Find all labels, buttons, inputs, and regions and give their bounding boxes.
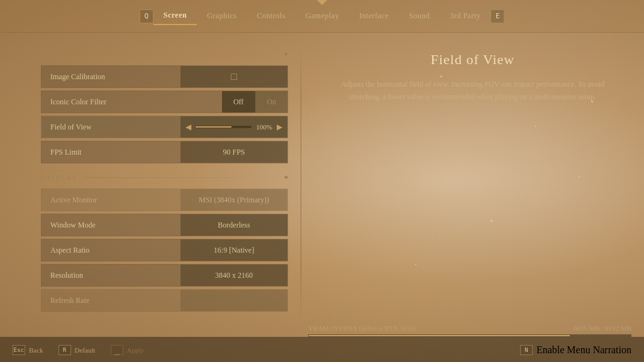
section-line xyxy=(88,54,280,55)
narration-key: N xyxy=(520,345,533,355)
slider-track xyxy=(195,126,252,128)
image-calibration-value: □ xyxy=(180,66,287,87)
default-key: R xyxy=(58,345,71,355)
detail-title: Field of View xyxy=(326,52,619,68)
tab-interface[interactable]: Interface xyxy=(349,8,399,25)
image-calibration-label: Image Calibration xyxy=(42,72,180,82)
vram-section: VRAM (NVIDIA GeForce RTX 3070) 6635 MB /… xyxy=(308,324,631,337)
display-section-line xyxy=(84,177,280,178)
tab-controls[interactable]: Controls xyxy=(247,8,295,25)
tab-3rdparty[interactable]: 3rd Party xyxy=(440,8,491,25)
refresh-rate-value xyxy=(180,290,287,311)
refresh-rate-row: Refresh Rate xyxy=(41,289,288,312)
aspect-ratio-value: 16:9 [Native] xyxy=(180,239,287,261)
slider-fill xyxy=(196,126,231,128)
vram-label: VRAM (NVIDIA GeForce RTX 3070) xyxy=(308,324,416,332)
fps-limit-row[interactable]: FPS Limit 90 FPS xyxy=(41,141,288,163)
display-section-header: DISPLAY xyxy=(41,173,288,181)
aspect-ratio-row[interactable]: Aspect Ratio 16:9 [Native] xyxy=(41,239,288,261)
fps-limit-label: FPS Limit xyxy=(42,148,180,157)
image-calibration-row[interactable]: Image Calibration □ xyxy=(41,65,288,88)
toggle-off[interactable]: Off xyxy=(222,91,255,112)
toggle-on[interactable]: On xyxy=(255,91,287,112)
nav-key-left[interactable]: Q xyxy=(140,9,153,23)
field-of-view-label: Field of View xyxy=(42,123,180,132)
slider-arrow-left[interactable]: ◀ xyxy=(186,123,191,132)
resolution-row[interactable]: Resolution 3840 x 2160 xyxy=(41,264,288,287)
bottom-bar: Esc Back R Default ⎯ Apply N Enable Menu… xyxy=(0,337,644,362)
right-panel: Field of View Adjusts the horizontal fie… xyxy=(301,33,644,337)
slider-arrow-right[interactable]: ▶ xyxy=(277,123,282,132)
left-panel: GENERAL Image Calibration □ Iconic Color… xyxy=(0,33,301,337)
vram-bar-fill xyxy=(309,335,570,336)
detail-description: Adjusts the horizontal field of view. In… xyxy=(326,78,619,104)
display-title: DISPLAY xyxy=(41,173,78,181)
refresh-rate-label: Refresh Rate xyxy=(42,296,180,305)
iconic-color-filter-label: Iconic Color Filter xyxy=(42,97,222,107)
apply-label: Apply xyxy=(127,346,145,354)
back-action[interactable]: Esc Back xyxy=(13,345,43,355)
display-section-diamond xyxy=(284,175,288,179)
resolution-value: 3840 x 2160 xyxy=(180,265,287,286)
window-mode-row[interactable]: Window Mode Borderless xyxy=(41,214,288,236)
active-monitor-row: Active Monitor MSI (3840x (Primary)) xyxy=(41,189,288,211)
slider-value: 100% xyxy=(255,123,273,131)
active-monitor-value: MSI (3840x (Primary)) xyxy=(180,189,287,211)
active-monitor-label: Active Monitor xyxy=(42,195,180,205)
field-of-view-row[interactable]: Field of View ◀ 100% ▶ xyxy=(41,116,288,138)
top-nav: Q Screen Graphics Controls Gameplay Inte… xyxy=(0,0,644,33)
tab-gameplay[interactable]: Gameplay xyxy=(296,8,349,25)
window-mode-value: Borderless xyxy=(180,214,287,236)
narration-label: Enable Menu Narration xyxy=(536,344,631,356)
resolution-label: Resolution xyxy=(42,271,180,280)
tab-screen[interactable]: Screen xyxy=(153,7,197,25)
narration-action[interactable]: N Enable Menu Narration xyxy=(520,344,631,356)
back-label: Back xyxy=(29,346,43,354)
section-diamond xyxy=(284,52,288,56)
default-action[interactable]: R Default xyxy=(58,345,96,355)
window-mode-label: Window Mode xyxy=(42,221,180,230)
general-section-header: GENERAL xyxy=(41,50,288,58)
apply-action: ⎯ Apply xyxy=(111,345,145,355)
tab-graphics[interactable]: Graphics xyxy=(197,8,247,25)
tab-sound[interactable]: Sound xyxy=(399,8,440,25)
back-key: Esc xyxy=(13,345,25,355)
apply-key: ⎯ xyxy=(111,345,123,355)
iconic-color-filter-toggle[interactable]: Off On xyxy=(222,91,287,112)
field-of-view-slider[interactable]: ◀ 100% ▶ xyxy=(180,116,287,138)
iconic-color-filter-row[interactable]: Iconic Color Filter Off On xyxy=(41,90,288,113)
fps-limit-value: 90 FPS xyxy=(180,141,287,163)
default-label: Default xyxy=(75,346,96,354)
aspect-ratio-label: Aspect Ratio xyxy=(42,246,180,255)
vram-usage: 6635 MB / 8192 MB xyxy=(574,324,631,332)
nav-key-right[interactable]: E xyxy=(491,9,504,23)
general-title: GENERAL xyxy=(41,50,82,58)
